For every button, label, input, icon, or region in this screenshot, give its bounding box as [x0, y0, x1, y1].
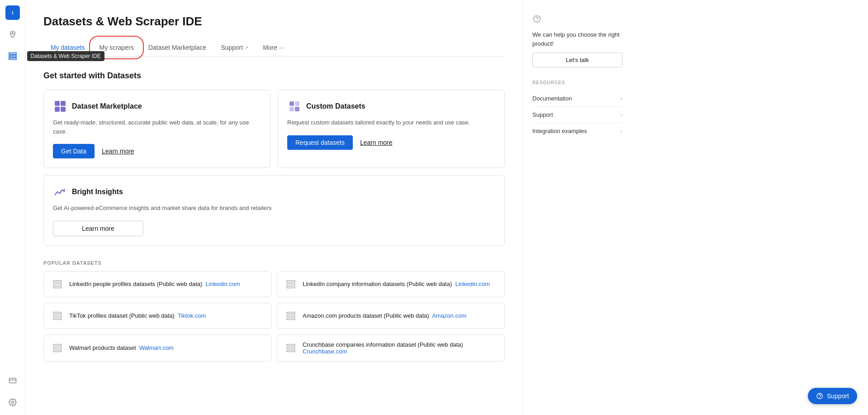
request-datasets-button[interactable]: Request datasets [287, 135, 353, 150]
chevron-right-icon-doc: › [621, 95, 622, 102]
right-panel: We can help you choose the right product… [523, 0, 631, 415]
svg-rect-22 [53, 318, 62, 320]
card-actions-marketplace: Get Data Learn more [53, 144, 261, 158]
card-header-insights: Bright Insights [53, 185, 495, 199]
sidebar-icon-info[interactable]: i [5, 5, 20, 20]
tab-more[interactable]: More ··· [256, 39, 292, 57]
dataset-text-5: Crunchbase companies information dataset… [303, 341, 497, 355]
svg-rect-12 [295, 107, 299, 111]
section-title: Get started with Datasets [43, 71, 505, 81]
tab-my-datasets[interactable]: My datasets [43, 39, 92, 57]
svg-rect-28 [53, 350, 62, 352]
svg-rect-30 [287, 347, 295, 349]
svg-rect-3 [9, 53, 16, 54]
main-content: Datasets & Web Scraper IDE My datasets M… [25, 0, 868, 415]
svg-rect-24 [287, 315, 295, 317]
sidebar-icon-settings[interactable] [5, 395, 20, 410]
card-dataset-marketplace: Dataset Marketplace Get ready-made, stru… [43, 90, 270, 168]
card-actions-custom: Request datasets Learn more [287, 135, 495, 150]
dataset-item-0[interactable]: LinkedIn people profiles datasets (Publi… [43, 271, 271, 297]
sidebar-icon-datasets[interactable]: Datasets & Web Scraper IDE [5, 49, 20, 63]
card-bright-insights: Bright Insights Get AI-powered eCommerce… [43, 175, 505, 246]
resource-documentation[interactable]: Documentation › [532, 91, 622, 107]
sidebar-icon-card[interactable] [5, 373, 20, 388]
custom-datasets-icon [287, 99, 302, 114]
svg-text:i: i [12, 10, 13, 15]
svg-rect-31 [287, 350, 295, 352]
marketplace-icon [53, 99, 67, 114]
content-area: Datasets & Web Scraper IDE My datasets M… [25, 0, 523, 415]
dataset-link-4[interactable]: Walmart.com [139, 344, 174, 351]
svg-rect-25 [287, 318, 295, 320]
resource-documentation-label: Documentation [532, 95, 572, 102]
resource-integration-label: Integration examples [532, 128, 587, 134]
resources-label: Resources [532, 80, 622, 85]
svg-rect-17 [287, 280, 295, 282]
card-header-marketplace: Dataset Marketplace [53, 99, 261, 114]
resource-integration-examples[interactable]: Integration examples › [532, 123, 622, 139]
sidebar-icon-location[interactable] [5, 27, 20, 42]
dataset-item-1[interactable]: LinkedIn company information datasets (P… [277, 271, 505, 297]
page-title: Datasets & Web Scraper IDE [43, 14, 505, 29]
card-custom-datasets: Custom Datasets Request custom datasets … [278, 90, 505, 168]
learn-more-marketplace[interactable]: Learn more [102, 148, 134, 155]
dataset-grid: LinkedIn people profiles datasets (Publi… [43, 271, 505, 362]
dataset-link-5[interactable]: Crunchbase.com [303, 348, 347, 355]
dataset-link-1[interactable]: Linkedin.com [455, 281, 490, 287]
card-title-custom: Custom Datasets [306, 102, 365, 110]
lets-talk-button[interactable]: Let's talk [532, 52, 622, 67]
dataset-text-3: Amazon.com products dataset (Public web … [303, 312, 466, 319]
popular-datasets-section: Popular Datasets LinkedIn people pr [43, 260, 505, 362]
svg-point-2 [12, 33, 14, 34]
svg-rect-26 [53, 344, 62, 346]
svg-rect-9 [289, 101, 294, 106]
tab-dataset-marketplace[interactable]: Dataset Marketplace [141, 39, 213, 57]
dataset-text-0: LinkedIn people profiles datasets (Publi… [69, 281, 240, 287]
popular-datasets-label: Popular Datasets [43, 260, 505, 266]
card-header-custom: Custom Datasets [287, 99, 495, 114]
get-data-button[interactable]: Get Data [53, 144, 95, 158]
svg-rect-11 [289, 107, 294, 111]
dataset-item-5[interactable]: Crunchbase companies information dataset… [277, 334, 505, 362]
dataset-icon-0 [51, 278, 64, 291]
dataset-text-4: Walmart products dataset Walmart.com [69, 344, 174, 351]
dataset-icon-1 [285, 278, 297, 291]
chevron-right-icon-support: › [621, 112, 622, 118]
svg-rect-10 [295, 101, 299, 106]
bright-insights-learn-more-button[interactable]: Learn more [53, 221, 143, 236]
dataset-item-2[interactable]: TikTok profiles dataset (Public web data… [43, 303, 271, 329]
resource-support[interactable]: Support › [532, 107, 622, 123]
learn-more-custom[interactable]: Learn more [360, 139, 393, 146]
card-desc-insights: Get AI-powered eCommerce insights and ma… [53, 204, 495, 213]
bright-insights-icon [53, 185, 67, 199]
support-fab-button[interactable]: Support [808, 388, 857, 404]
svg-rect-16 [53, 286, 62, 288]
help-circle-icon [532, 14, 541, 26]
tab-support[interactable]: Support ↗ [213, 39, 256, 57]
tab-my-scrapers[interactable]: My scrapers [92, 39, 141, 57]
card-desc-marketplace: Get ready-made, structured, accurate pub… [53, 118, 261, 136]
svg-rect-18 [287, 283, 295, 285]
dataset-item-4[interactable]: Walmart products dataset Walmart.com [43, 334, 271, 362]
dataset-item-3[interactable]: Amazon.com products dataset (Public web … [277, 303, 505, 329]
dataset-link-0[interactable]: Linkedin.com [205, 281, 240, 287]
svg-rect-27 [53, 347, 62, 349]
support-fab-icon [816, 392, 823, 400]
card-title-insights: Bright Insights [72, 188, 123, 196]
dataset-link-2[interactable]: Tiktok.com [178, 312, 206, 319]
sidebar: i Datasets & Web Scraper IDE [0, 0, 25, 415]
top-cards: Dataset Marketplace Get ready-made, stru… [43, 90, 505, 168]
resource-support-label: Support [532, 111, 553, 118]
svg-point-8 [11, 401, 14, 404]
svg-rect-23 [287, 312, 295, 314]
chevron-right-icon-integration: › [621, 128, 622, 134]
dataset-icon-2 [51, 310, 64, 322]
card-desc-custom: Request custom datasets tailored exactly… [287, 118, 495, 127]
svg-rect-4 [9, 55, 16, 57]
svg-rect-19 [287, 286, 295, 288]
dataset-link-3[interactable]: Amazon.com [432, 312, 466, 319]
resources-section: Resources Documentation › Support › Inte… [532, 80, 622, 139]
card-title-marketplace: Dataset Marketplace [72, 102, 142, 110]
tabs-bar: My datasets My scrapers Dataset Marketpl… [43, 39, 505, 57]
more-dots-icon: ··· [279, 44, 285, 51]
